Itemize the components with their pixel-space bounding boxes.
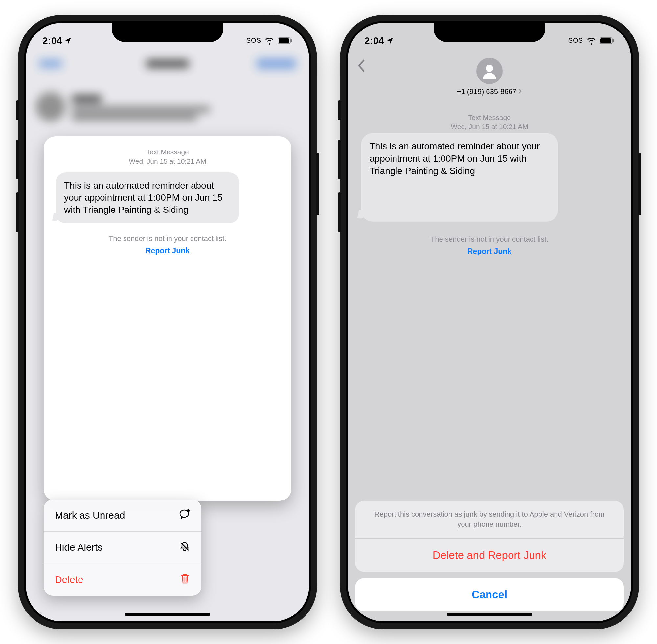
home-indicator[interactable] bbox=[447, 613, 532, 616]
hide-alerts-label: Hide Alerts bbox=[55, 542, 103, 553]
status-time: 2:04 bbox=[42, 35, 62, 46]
svg-rect-1 bbox=[278, 39, 289, 43]
action-sheet: Report this conversation as junk by send… bbox=[355, 501, 624, 612]
location-icon bbox=[386, 37, 394, 45]
battery-icon bbox=[277, 37, 293, 44]
hide-alerts-button[interactable]: Hide Alerts bbox=[44, 532, 201, 564]
message-timestamp: Wed, Jun 15 at 10:21 AM bbox=[51, 157, 284, 166]
screen-left: 2:04 SOS Text Message bbox=[26, 23, 309, 621]
message-text: This is an automated reminder about your… bbox=[369, 141, 540, 176]
contact-phone-number: +1 (919) 635-8667 bbox=[457, 87, 517, 96]
volume-up-button bbox=[338, 140, 341, 179]
contact-header[interactable]: +1 (919) 635-8667 bbox=[348, 58, 631, 96]
action-sheet-info: Report this conversation as junk by send… bbox=[355, 501, 624, 538]
battery-icon bbox=[599, 37, 615, 44]
power-button bbox=[316, 153, 319, 215]
cancel-button[interactable]: Cancel bbox=[355, 578, 624, 612]
phone-frame-right: 2:04 SOS bbox=[340, 15, 639, 629]
sender-not-in-contacts-label: The sender is not in your contact list. bbox=[348, 235, 631, 244]
mute-switch bbox=[16, 100, 19, 120]
mark-unread-button[interactable]: Mark as Unread bbox=[44, 500, 201, 532]
sender-not-in-contacts-label: The sender is not in your contact list. bbox=[51, 234, 284, 243]
power-button bbox=[638, 153, 641, 215]
message-bubble[interactable]: This is an automated reminder about your… bbox=[361, 133, 558, 222]
sos-indicator: SOS bbox=[568, 37, 583, 44]
avatar-icon bbox=[476, 58, 503, 84]
notch bbox=[112, 23, 223, 42]
report-junk-link[interactable]: Report Junk bbox=[348, 247, 631, 256]
context-menu: Mark as Unread Hide Alerts Delete bbox=[44, 500, 201, 596]
notch bbox=[434, 23, 545, 42]
home-indicator[interactable] bbox=[125, 613, 210, 616]
delete-button[interactable]: Delete bbox=[44, 564, 201, 596]
message-bubble: This is an automated reminder about your… bbox=[55, 172, 240, 223]
delete-label: Delete bbox=[55, 574, 84, 585]
delete-and-report-junk-button[interactable]: Delete and Report Junk bbox=[355, 538, 624, 572]
report-junk-link[interactable]: Report Junk bbox=[51, 246, 284, 255]
screen-right: 2:04 SOS bbox=[348, 23, 631, 621]
phone-frame-left: 2:04 SOS Text Message bbox=[18, 15, 317, 629]
volume-up-button bbox=[16, 140, 19, 179]
wifi-icon bbox=[586, 37, 596, 45]
status-time: 2:04 bbox=[364, 35, 384, 46]
mute-switch bbox=[338, 100, 341, 120]
trash-icon bbox=[180, 573, 190, 586]
wifi-icon bbox=[265, 37, 274, 45]
message-type-label: Text Message bbox=[348, 113, 631, 122]
svg-point-4 bbox=[187, 509, 189, 512]
message-timestamp: Wed, Jun 15 at 10:21 AM bbox=[348, 122, 631, 131]
svg-rect-2 bbox=[291, 40, 292, 42]
bell-slash-icon bbox=[179, 541, 190, 554]
volume-down-button bbox=[338, 192, 341, 232]
volume-down-button bbox=[16, 192, 19, 232]
chat-bubble-icon bbox=[179, 509, 190, 522]
location-icon bbox=[64, 37, 72, 45]
chevron-right-icon bbox=[518, 87, 522, 96]
sos-indicator: SOS bbox=[246, 37, 261, 44]
mark-unread-label: Mark as Unread bbox=[55, 510, 125, 521]
svg-rect-8 bbox=[613, 40, 614, 42]
message-text: This is an automated reminder about your… bbox=[64, 180, 223, 215]
svg-point-9 bbox=[486, 65, 493, 72]
svg-rect-7 bbox=[601, 39, 611, 43]
conversation-preview-card[interactable]: Text Message Wed, Jun 15 at 10:21 AM Thi… bbox=[44, 136, 291, 501]
message-type-label: Text Message bbox=[51, 147, 284, 157]
